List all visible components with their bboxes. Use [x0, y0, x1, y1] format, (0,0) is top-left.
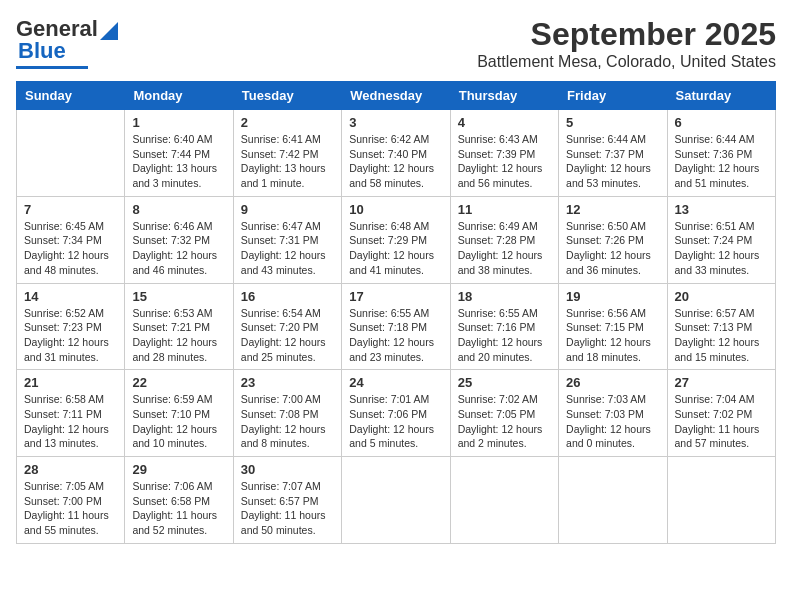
calendar-cell: 18Sunrise: 6:55 AM Sunset: 7:16 PM Dayli… — [450, 283, 558, 370]
day-number: 4 — [458, 115, 551, 130]
day-number: 20 — [675, 289, 768, 304]
day-number: 10 — [349, 202, 442, 217]
calendar-cell — [450, 457, 558, 544]
calendar-cell: 3Sunrise: 6:42 AM Sunset: 7:40 PM Daylig… — [342, 110, 450, 197]
weekday-header-sunday: Sunday — [17, 82, 125, 110]
calendar-cell: 25Sunrise: 7:02 AM Sunset: 7:05 PM Dayli… — [450, 370, 558, 457]
day-info: Sunrise: 6:43 AM Sunset: 7:39 PM Dayligh… — [458, 132, 551, 191]
day-info: Sunrise: 6:51 AM Sunset: 7:24 PM Dayligh… — [675, 219, 768, 278]
day-info: Sunrise: 6:47 AM Sunset: 7:31 PM Dayligh… — [241, 219, 334, 278]
calendar-cell — [342, 457, 450, 544]
calendar-table: SundayMondayTuesdayWednesdayThursdayFrid… — [16, 81, 776, 544]
day-number: 30 — [241, 462, 334, 477]
calendar-week-2: 7Sunrise: 6:45 AM Sunset: 7:34 PM Daylig… — [17, 196, 776, 283]
calendar-week-1: 1Sunrise: 6:40 AM Sunset: 7:44 PM Daylig… — [17, 110, 776, 197]
calendar-cell: 27Sunrise: 7:04 AM Sunset: 7:02 PM Dayli… — [667, 370, 775, 457]
weekday-header-thursday: Thursday — [450, 82, 558, 110]
day-number: 19 — [566, 289, 659, 304]
day-info: Sunrise: 7:07 AM Sunset: 6:57 PM Dayligh… — [241, 479, 334, 538]
calendar-cell: 9Sunrise: 6:47 AM Sunset: 7:31 PM Daylig… — [233, 196, 341, 283]
calendar-cell: 8Sunrise: 6:46 AM Sunset: 7:32 PM Daylig… — [125, 196, 233, 283]
day-number: 15 — [132, 289, 225, 304]
day-info: Sunrise: 7:06 AM Sunset: 6:58 PM Dayligh… — [132, 479, 225, 538]
calendar-cell: 13Sunrise: 6:51 AM Sunset: 7:24 PM Dayli… — [667, 196, 775, 283]
day-info: Sunrise: 6:55 AM Sunset: 7:16 PM Dayligh… — [458, 306, 551, 365]
day-info: Sunrise: 7:05 AM Sunset: 7:00 PM Dayligh… — [24, 479, 117, 538]
day-number: 28 — [24, 462, 117, 477]
title-block: September 2025 Battlement Mesa, Colorado… — [477, 16, 776, 71]
logo-blue: Blue — [18, 38, 66, 63]
day-info: Sunrise: 6:59 AM Sunset: 7:10 PM Dayligh… — [132, 392, 225, 451]
logo-icon — [100, 22, 118, 40]
day-info: Sunrise: 6:57 AM Sunset: 7:13 PM Dayligh… — [675, 306, 768, 365]
day-info: Sunrise: 6:44 AM Sunset: 7:37 PM Dayligh… — [566, 132, 659, 191]
calendar-cell: 28Sunrise: 7:05 AM Sunset: 7:00 PM Dayli… — [17, 457, 125, 544]
calendar-cell: 11Sunrise: 6:49 AM Sunset: 7:28 PM Dayli… — [450, 196, 558, 283]
calendar-cell: 1Sunrise: 6:40 AM Sunset: 7:44 PM Daylig… — [125, 110, 233, 197]
calendar-cell: 4Sunrise: 6:43 AM Sunset: 7:39 PM Daylig… — [450, 110, 558, 197]
calendar-cell — [667, 457, 775, 544]
calendar-cell: 5Sunrise: 6:44 AM Sunset: 7:37 PM Daylig… — [559, 110, 667, 197]
day-info: Sunrise: 7:02 AM Sunset: 7:05 PM Dayligh… — [458, 392, 551, 451]
day-number: 24 — [349, 375, 442, 390]
day-info: Sunrise: 6:44 AM Sunset: 7:36 PM Dayligh… — [675, 132, 768, 191]
day-number: 1 — [132, 115, 225, 130]
day-number: 26 — [566, 375, 659, 390]
day-number: 18 — [458, 289, 551, 304]
calendar-cell: 23Sunrise: 7:00 AM Sunset: 7:08 PM Dayli… — [233, 370, 341, 457]
day-info: Sunrise: 7:01 AM Sunset: 7:06 PM Dayligh… — [349, 392, 442, 451]
weekday-header-tuesday: Tuesday — [233, 82, 341, 110]
page-title: September 2025 — [477, 16, 776, 53]
day-number: 16 — [241, 289, 334, 304]
day-number: 5 — [566, 115, 659, 130]
calendar-week-3: 14Sunrise: 6:52 AM Sunset: 7:23 PM Dayli… — [17, 283, 776, 370]
calendar-week-5: 28Sunrise: 7:05 AM Sunset: 7:00 PM Dayli… — [17, 457, 776, 544]
day-info: Sunrise: 6:45 AM Sunset: 7:34 PM Dayligh… — [24, 219, 117, 278]
day-number: 11 — [458, 202, 551, 217]
day-info: Sunrise: 7:00 AM Sunset: 7:08 PM Dayligh… — [241, 392, 334, 451]
calendar-cell: 24Sunrise: 7:01 AM Sunset: 7:06 PM Dayli… — [342, 370, 450, 457]
day-info: Sunrise: 6:52 AM Sunset: 7:23 PM Dayligh… — [24, 306, 117, 365]
weekday-header-row: SundayMondayTuesdayWednesdayThursdayFrid… — [17, 82, 776, 110]
calendar-cell: 17Sunrise: 6:55 AM Sunset: 7:18 PM Dayli… — [342, 283, 450, 370]
calendar-cell: 15Sunrise: 6:53 AM Sunset: 7:21 PM Dayli… — [125, 283, 233, 370]
day-info: Sunrise: 6:54 AM Sunset: 7:20 PM Dayligh… — [241, 306, 334, 365]
calendar-cell — [559, 457, 667, 544]
day-number: 23 — [241, 375, 334, 390]
weekday-header-monday: Monday — [125, 82, 233, 110]
calendar-cell: 10Sunrise: 6:48 AM Sunset: 7:29 PM Dayli… — [342, 196, 450, 283]
day-number: 22 — [132, 375, 225, 390]
day-info: Sunrise: 6:46 AM Sunset: 7:32 PM Dayligh… — [132, 219, 225, 278]
weekday-header-saturday: Saturday — [667, 82, 775, 110]
day-number: 12 — [566, 202, 659, 217]
calendar-cell: 7Sunrise: 6:45 AM Sunset: 7:34 PM Daylig… — [17, 196, 125, 283]
day-number: 3 — [349, 115, 442, 130]
day-info: Sunrise: 6:53 AM Sunset: 7:21 PM Dayligh… — [132, 306, 225, 365]
day-number: 2 — [241, 115, 334, 130]
calendar-week-4: 21Sunrise: 6:58 AM Sunset: 7:11 PM Dayli… — [17, 370, 776, 457]
day-number: 25 — [458, 375, 551, 390]
day-number: 6 — [675, 115, 768, 130]
day-info: Sunrise: 7:03 AM Sunset: 7:03 PM Dayligh… — [566, 392, 659, 451]
day-number: 9 — [241, 202, 334, 217]
svg-marker-0 — [100, 22, 118, 40]
calendar-cell: 16Sunrise: 6:54 AM Sunset: 7:20 PM Dayli… — [233, 283, 341, 370]
day-info: Sunrise: 6:48 AM Sunset: 7:29 PM Dayligh… — [349, 219, 442, 278]
calendar-cell: 6Sunrise: 6:44 AM Sunset: 7:36 PM Daylig… — [667, 110, 775, 197]
page-header: General Blue September 2025 Battlement M… — [16, 16, 776, 71]
day-info: Sunrise: 6:55 AM Sunset: 7:18 PM Dayligh… — [349, 306, 442, 365]
day-info: Sunrise: 6:41 AM Sunset: 7:42 PM Dayligh… — [241, 132, 334, 191]
calendar-cell: 26Sunrise: 7:03 AM Sunset: 7:03 PM Dayli… — [559, 370, 667, 457]
day-number: 27 — [675, 375, 768, 390]
weekday-header-wednesday: Wednesday — [342, 82, 450, 110]
day-number: 17 — [349, 289, 442, 304]
day-number: 29 — [132, 462, 225, 477]
calendar-cell: 2Sunrise: 6:41 AM Sunset: 7:42 PM Daylig… — [233, 110, 341, 197]
day-number: 7 — [24, 202, 117, 217]
day-info: Sunrise: 6:42 AM Sunset: 7:40 PM Dayligh… — [349, 132, 442, 191]
logo: General Blue — [16, 16, 118, 69]
calendar-cell: 12Sunrise: 6:50 AM Sunset: 7:26 PM Dayli… — [559, 196, 667, 283]
calendar-cell: 20Sunrise: 6:57 AM Sunset: 7:13 PM Dayli… — [667, 283, 775, 370]
day-number: 13 — [675, 202, 768, 217]
day-info: Sunrise: 6:40 AM Sunset: 7:44 PM Dayligh… — [132, 132, 225, 191]
